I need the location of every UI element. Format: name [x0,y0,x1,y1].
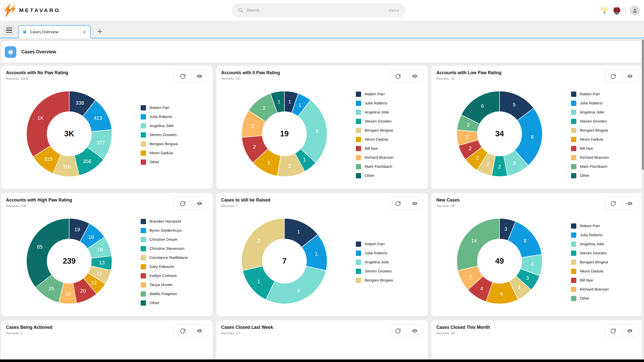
legend-item[interactable]: Robert Parr [356,92,424,97]
donut-chart: 11212 7 [240,217,329,305]
legend-item[interactable]: Other [141,159,209,165]
legend-item[interactable]: Bill Nye [571,146,639,151]
legend-item[interactable]: Robert Parr [571,92,639,97]
legend-item[interactable]: Julia Roberts [571,232,639,238]
legend-item[interactable]: Other [571,173,639,178]
chart-card: Accounts with No Paw Rating Records: 320… [1,66,213,189]
legend-item[interactable]: Angelina Jolie [141,123,209,129]
brand-name: METAVARO [19,7,60,13]
chart-legend: Robert ParrJulia RobertsAngelina JolieSt… [141,81,209,189]
search-input[interactable] [246,8,386,13]
legend-swatch [571,269,576,274]
legend-label: Richard Branson [580,287,609,292]
legend-item[interactable]: Brandon Harwood [141,219,209,224]
scrollbar[interactable] [641,38,644,359]
donut-chart: 1151222221 19 [240,90,329,178]
legend-item[interactable]: Steven Grootes [141,132,209,138]
legend-item[interactable]: Julia Roberts [571,101,639,106]
tab-close-button[interactable] [82,30,87,34]
refresh-button[interactable] [174,325,191,337]
search-bar[interactable]: Ctrl+K [232,4,405,17]
legend-item[interactable]: Angelina Jolie [571,110,639,115]
legend-item[interactable]: Angelina Jolie [571,242,639,247]
legend-item[interactable]: Byron Geldenhuys [141,228,209,233]
slice-value-label: 2 [268,160,270,165]
legend-swatch [356,164,361,169]
legend-item[interactable]: Nkoni Dadula [571,269,639,274]
legend-item[interactable]: Julia Roberts [356,251,424,256]
donut-slice[interactable] [26,218,69,288]
legend-item[interactable]: Richard Branson [571,155,639,160]
legend-item[interactable]: Julia Roberts [141,114,209,119]
legend-item[interactable]: Steven Grootes [571,119,639,124]
legend-label: Nkoni Dadula [580,137,603,142]
view-button[interactable] [622,325,638,337]
legend-item[interactable]: Other [356,173,424,178]
plus-icon [97,28,103,34]
legend-label: Julia Roberts [580,101,602,105]
legend-item[interactable]: Nkoni Dadula [356,137,424,142]
legend-item[interactable]: Constance Radifalane [141,255,209,260]
legend-item[interactable]: Robert Parr [571,223,639,229]
donut-slice[interactable] [26,91,69,157]
new-tab-button[interactable] [96,28,104,35]
refresh-button[interactable] [390,325,406,337]
legend-item[interactable]: Nkoni Dadula [571,137,639,142]
refresh-icon [395,73,401,79]
scrollbar-thumb[interactable] [642,39,644,170]
tab-cases-overview[interactable]: Cases Overview [18,25,91,38]
legend-swatch [571,101,576,106]
legend-item[interactable]: Mark Fischbach [356,164,424,169]
view-button[interactable] [191,325,208,337]
legend-item[interactable]: Christine Stevenson [141,246,209,251]
legend-item[interactable]: Gary Edwards [141,264,209,269]
legend-item[interactable]: Tanya Hunter [141,282,209,288]
legend-item[interactable]: Christine Dreyer [141,237,209,242]
refresh-button[interactable] [605,325,621,337]
legend-item[interactable]: Angelina Jolie [356,260,424,265]
legend-swatch [356,128,361,133]
view-button[interactable] [406,325,423,337]
slice-value-label: 1 [303,157,306,163]
legend-label: Julia Roberts [365,101,387,105]
legend-item[interactable]: Bongani Bingwa [571,260,639,265]
legend-item[interactable]: Waldo Potgieter [141,291,209,297]
legend-item[interactable]: Richard Branson [356,155,424,160]
legend-item[interactable]: Kaitlyn Coetsee [141,273,209,278]
legend-item[interactable]: Other [141,300,209,306]
legend-item[interactable]: Richard Branson [571,287,639,292]
legend-swatch [141,150,146,156]
legend-swatch [571,223,576,229]
header-divider [625,7,626,14]
legend-item[interactable]: Bill Nye [356,146,424,151]
legend-item[interactable]: Steven Grootes [356,119,424,124]
donut-slice[interactable] [457,218,500,271]
chart-legend: Robert ParrJulia RobertsAngelina JolieSt… [356,81,424,189]
legend-item[interactable]: Other [571,296,639,301]
legend-item[interactable]: Bongani Bingwa [356,128,424,133]
slice-value-label: 18 [97,247,102,252]
legend-item[interactable]: Nkoni Dadula [141,150,209,156]
lightbulb-icon[interactable] [601,6,608,15]
legend-item[interactable]: Bongani Bingwa [571,128,639,133]
slice-value-label: 85 [37,244,43,250]
legend-item[interactable]: Steven Grootes [356,269,424,274]
legend-item[interactable]: Steven Grootes [571,251,639,256]
slice-value-label: 356 [83,158,91,164]
legend-item[interactable]: Angelina Jolie [356,110,424,115]
legend-item[interactable]: Mark Fischbach [571,164,639,169]
user-avatar[interactable] [630,6,640,16]
legend-item[interactable]: Julia Roberts [356,101,424,106]
slice-value-label: 1 [297,229,300,234]
donut-slice[interactable] [266,266,326,304]
slice-value-label: 6 [481,103,484,109]
menu-button[interactable] [3,25,15,35]
legend-item[interactable]: Bongani Bingwa [141,141,209,147]
ladybug-icon[interactable] [612,6,621,15]
legend-item[interactable]: Robert Parr [141,105,209,110]
legend-item[interactable]: Bongani Bingwa [356,278,424,283]
donut-slice[interactable] [242,218,284,271]
legend-item[interactable]: Bill Nye [571,278,639,283]
legend-item[interactable]: Robert Parr [356,242,424,247]
slice-value-label: 315 [44,156,52,162]
